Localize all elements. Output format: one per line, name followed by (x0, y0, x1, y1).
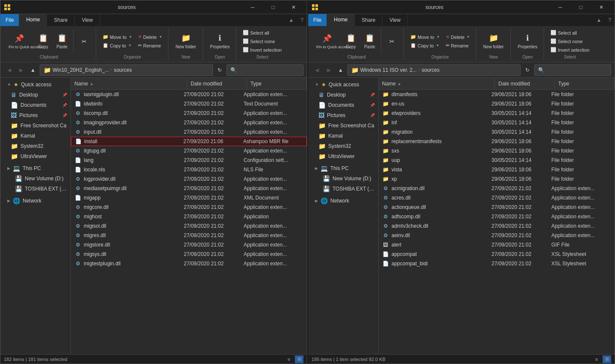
left-sidebar-kamal[interactable]: 📁 Kamal (0, 131, 71, 141)
right-sidebar-ultraviewer[interactable]: 📁 UltraViewer (308, 151, 378, 161)
right-file-row[interactable]: 📁 migration 30/05/2021 14:14 File folder (379, 127, 615, 137)
left-file-row[interactable]: ⚙ iasmigplugin.dll 27/09/2020 21:02 Appl… (71, 90, 307, 99)
left-file-row[interactable]: ⚙ logprovider.dll 27/09/2020 21:02 Appli… (71, 174, 307, 184)
left-sidebar-network[interactable]: ▶ 🌐 Network (0, 196, 71, 206)
right-sidebar-network[interactable]: ▶ 🌐 Network (308, 196, 378, 206)
right-file-row[interactable]: 📁 vista 29/06/2021 18:06 File folder (379, 165, 615, 174)
left-file-row[interactable]: ⚙ mighost 27/09/2020 21:02 Application (71, 212, 307, 221)
left-cut-button[interactable]: ✂ (76, 29, 92, 53)
right-sidebar-quickaccess[interactable]: ▼ ★ Quick access (308, 79, 378, 90)
left-file-row[interactable]: ⚙ migstore.dll 27/09/2020 21:02 Applicat… (71, 240, 307, 250)
right-up-button[interactable]: ▲ (335, 65, 346, 75)
left-maximize-button[interactable]: □ (263, 0, 283, 14)
left-sidebar-thispc[interactable]: ▶ 💻 This PC (0, 163, 71, 173)
right-sidebar-freescreenshot[interactable]: 📁 Free Screenshot Ca (308, 120, 378, 131)
left-address-input[interactable]: 📁 Win10_20H2_English_... › sources (40, 65, 213, 76)
right-properties-button[interactable]: ℹ Properties (515, 29, 541, 53)
left-file-row[interactable]: 📄 lang 27/09/2020 21:02 Configuration se… (71, 156, 307, 165)
right-sidebar-desktop[interactable]: 🖥 Desktop 📌 (308, 90, 378, 100)
left-rename-button[interactable]: ✏ Rename (136, 41, 165, 50)
right-sidebar-system32[interactable]: 📁 System32 (308, 141, 378, 151)
left-file-row[interactable]: ⚙ migisol.dll 27/09/2020 21:02 Applicati… (71, 221, 307, 231)
left-file-row[interactable]: ⚙ migsys.dll 27/09/2020 21:02 Applicatio… (71, 250, 307, 259)
right-file-row[interactable]: 📁 xp 29/06/2021 18:06 File folder (379, 174, 615, 184)
right-paste-button[interactable]: 📋 Paste (361, 29, 378, 53)
left-sidebar-quickaccess[interactable]: ▼ ★ Quick access (0, 79, 71, 90)
right-file-row[interactable]: ⚙ acmigration.dll 27/09/2020 21:02 Appli… (379, 184, 615, 193)
left-sidebar-documents[interactable]: 📄 Documents 📌 (0, 100, 71, 110)
right-col-type-header[interactable]: Type (555, 78, 615, 89)
left-file-row[interactable]: ⚙ migcore.dll 27/09/2020 21:02 Applicati… (71, 203, 307, 212)
right-new-folder-button[interactable]: 📁 New folder (480, 29, 507, 53)
left-sidebar-pictures[interactable]: 🖼 Pictures 📌 (0, 110, 71, 120)
right-cut-button[interactable]: ✂ (384, 29, 400, 53)
right-rename-button[interactable]: ✏ Rename (444, 41, 472, 50)
left-col-type-header[interactable]: Type (247, 78, 307, 89)
right-file-row[interactable]: 📁 uup 30/05/2021 14:14 File folder (379, 156, 615, 165)
right-file-row[interactable]: 📁 replacementmanifests 29/06/2021 18:06 … (379, 137, 615, 146)
right-file-list[interactable]: 📁 dlmanifests 29/06/2021 18:06 File fold… (379, 90, 615, 354)
left-file-row[interactable]: ⚙ itgtupg.dll 27/09/2020 21:02 Applicati… (71, 146, 307, 156)
right-maximize-button[interactable]: □ (571, 0, 591, 14)
right-tab-file[interactable]: File (308, 14, 327, 26)
left-file-row[interactable]: 📄 migapp 27/09/2020 21:02 XML Document (71, 193, 307, 203)
right-tab-share[interactable]: Share (355, 14, 383, 26)
left-back-button[interactable]: ◀ (4, 65, 14, 75)
left-tab-home[interactable]: Home (19, 14, 47, 26)
right-tab-view[interactable]: View (383, 14, 408, 26)
left-properties-button[interactable]: ℹ Properties (207, 29, 233, 53)
right-pin-button[interactable]: 📌 Pin to Quick access (313, 29, 341, 53)
right-move-to-button[interactable]: 📁 Move to ▼ (408, 33, 442, 41)
right-copy-button[interactable]: 📋 Copy (342, 29, 359, 53)
left-view-list-button[interactable]: ⊞ (295, 355, 303, 363)
right-sidebar-kamal[interactable]: 📁 Kamal (308, 131, 378, 141)
right-file-row[interactable]: 📁 dlmanifests 29/06/2021 18:06 File fold… (379, 90, 615, 99)
right-search-input[interactable]: 🔍 (534, 65, 611, 76)
left-tab-file[interactable]: File (0, 14, 19, 26)
right-file-row[interactable]: 📁 etwproviders 30/05/2021 14:14 File fol… (379, 109, 615, 118)
left-search-input[interactable]: 🔍 (227, 65, 303, 76)
left-up-button[interactable]: ▲ (28, 65, 38, 75)
right-file-row[interactable]: 🖼 alert 27/09/2020 21:02 GIF File (379, 240, 615, 250)
left-file-row[interactable]: ⚙ input.dll 27/09/2020 21:02 Application… (71, 127, 307, 137)
left-tab-share[interactable]: Share (47, 14, 75, 26)
right-file-row[interactable]: ⚙ adfscomp.dll 27/09/2020 21:02 Applicat… (379, 212, 615, 221)
right-file-row[interactable]: 📁 inf 30/05/2021 14:14 File folder (379, 118, 615, 127)
left-sidebar-toshiba[interactable]: 💾 TOSHIBA EXT (M:) (0, 184, 71, 194)
right-file-row[interactable]: 📁 sxs 29/06/2021 18:06 File folder (379, 146, 615, 156)
left-pin-button[interactable]: 📌 Pin to Quick access (6, 29, 33, 53)
right-view-details-button[interactable]: ≡ (592, 355, 601, 363)
right-select-none-button[interactable]: ⬜ Select none (548, 37, 591, 45)
right-tab-home[interactable]: Home (327, 14, 355, 26)
left-col-name-header[interactable]: Name ▲ (71, 78, 187, 89)
right-view-list-button[interactable]: ⊞ (603, 355, 611, 363)
left-minimize-button[interactable]: ─ (243, 0, 262, 14)
right-close-button[interactable]: ✕ (591, 0, 611, 14)
right-file-row[interactable]: ⚙ acres.dll 27/09/2020 21:02 Application… (379, 193, 615, 203)
left-file-list[interactable]: ⚙ iasmigplugin.dll 27/09/2020 21:02 Appl… (71, 90, 307, 354)
left-file-row[interactable]: ⚙ migres.dll 27/09/2020 21:02 Applicatio… (71, 231, 307, 240)
right-minimize-button[interactable]: ─ (550, 0, 570, 14)
left-file-row[interactable]: 📄 idwbinfo 27/09/2020 21:02 Text Documen… (71, 99, 307, 109)
left-tab-view[interactable]: View (75, 14, 100, 26)
right-refresh-button[interactable]: ↻ (522, 65, 533, 75)
right-back-button[interactable]: ◀ (312, 65, 322, 75)
right-forward-button[interactable]: ▶ (324, 65, 334, 75)
left-sidebar-system32[interactable]: 📁 System32 (0, 141, 71, 151)
right-file-row[interactable]: ⚙ aeinv.dll 27/09/2020 21:02 Application… (379, 231, 615, 240)
right-file-row[interactable]: 📁 en-us 29/06/2021 18:06 File folder (379, 99, 615, 109)
right-file-row[interactable]: ⚙ admtv3check.dll 27/09/2020 21:02 Appli… (379, 221, 615, 231)
right-file-row[interactable]: 📄 appcompat 27/09/2020 21:02 XSL Stylesh… (379, 250, 615, 259)
left-move-to-button[interactable]: 📁 Move to ▼ (100, 33, 134, 41)
right-select-all-button[interactable]: ⬜ Select all (548, 29, 591, 37)
left-file-row[interactable]: ⚙ mediasetpuimgr.dll 27/09/2020 21:02 Ap… (71, 184, 307, 193)
left-sidebar-newvolume[interactable]: 💾 New Volume (D:) (0, 173, 71, 184)
right-col-date-header[interactable]: Date modified (495, 78, 555, 89)
left-file-row[interactable]: 📄 install 27/09/2020 21:06 Ashampoo MBR … (71, 137, 307, 146)
left-view-details-button[interactable]: ≡ (285, 355, 293, 363)
left-close-button[interactable]: ✕ (284, 0, 303, 14)
left-sidebar-desktop[interactable]: 🖥 Desktop 📌 (0, 90, 71, 100)
left-file-row[interactable]: 📄 locale.nls 27/09/2020 21:02 NLS File (71, 165, 307, 174)
right-sidebar-newvolume[interactable]: 💾 New Volume (D:) (308, 173, 378, 184)
left-forward-button[interactable]: ▶ (16, 65, 26, 75)
